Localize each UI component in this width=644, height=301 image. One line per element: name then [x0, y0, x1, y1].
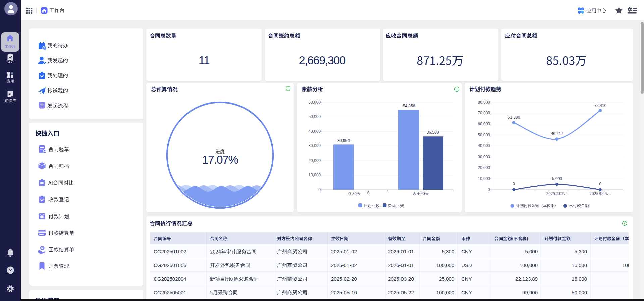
svg-text:?: ? — [9, 267, 12, 273]
svg-text:AI: AI — [8, 93, 11, 96]
